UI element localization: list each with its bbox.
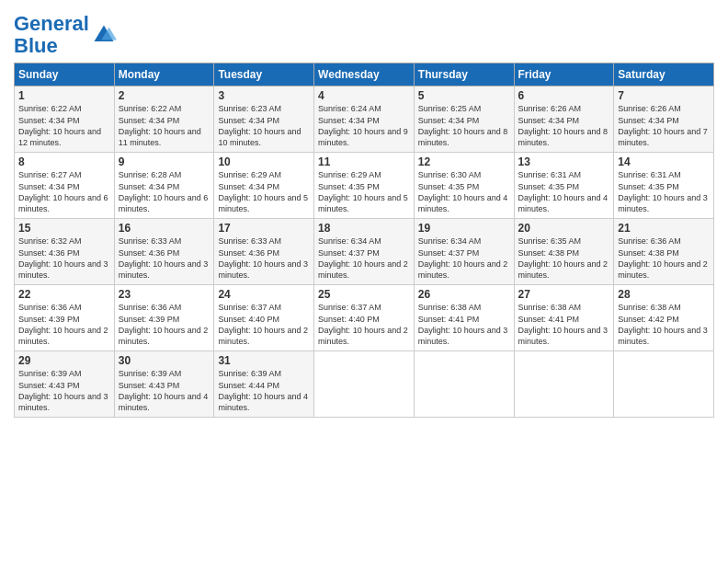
logo-text: GeneralBlue: [14, 13, 89, 57]
calendar-cell: 1Sunrise: 6:22 AMSunset: 4:34 PMDaylight…: [15, 86, 115, 153]
day-number: 15: [18, 222, 110, 235]
dow-header: Thursday: [414, 63, 514, 86]
calendar-cell: 4Sunrise: 6:24 AMSunset: 4:34 PMDaylight…: [314, 86, 415, 153]
day-info: Sunrise: 6:23 AMSunset: 4:34 PMDaylight:…: [218, 104, 301, 146]
calendar-cell: 30Sunrise: 6:39 AMSunset: 4:43 PMDayligh…: [114, 351, 214, 418]
day-info: Sunrise: 6:37 AMSunset: 4:40 PMDaylight:…: [318, 303, 408, 345]
day-number: 20: [518, 222, 610, 235]
day-number: 10: [218, 155, 310, 168]
day-number: 14: [618, 155, 710, 168]
calendar-cell: 29Sunrise: 6:39 AMSunset: 4:43 PMDayligh…: [15, 351, 115, 418]
day-number: 7: [618, 89, 710, 102]
day-info: Sunrise: 6:38 AMSunset: 4:41 PMDaylight:…: [518, 303, 609, 345]
day-info: Sunrise: 6:34 AMSunset: 4:37 PMDaylight:…: [318, 236, 408, 279]
day-number: 31: [218, 354, 310, 367]
day-number: 24: [218, 288, 310, 301]
calendar-cell: 21Sunrise: 6:36 AMSunset: 4:38 PMDayligh…: [614, 219, 714, 285]
calendar-cell: 31Sunrise: 6:39 AMSunset: 4:44 PMDayligh…: [214, 351, 314, 418]
day-info: Sunrise: 6:24 AMSunset: 4:34 PMDaylight:…: [318, 104, 408, 146]
calendar-cell: [414, 351, 514, 418]
calendar-cell: 5Sunrise: 6:25 AMSunset: 4:34 PMDaylight…: [414, 86, 514, 153]
calendar-cell: 12Sunrise: 6:30 AMSunset: 4:35 PMDayligh…: [414, 153, 514, 219]
day-number: 2: [119, 89, 210, 102]
calendar-cell: [614, 351, 714, 418]
dow-header: Monday: [114, 63, 214, 86]
calendar-cell: [314, 351, 415, 418]
day-info: Sunrise: 6:36 AMSunset: 4:39 PMDaylight:…: [119, 303, 209, 345]
day-info: Sunrise: 6:33 AMSunset: 4:36 PMDaylight:…: [119, 236, 209, 279]
calendar-table: SundayMondayTuesdayWednesdayThursdayFrid…: [14, 63, 714, 418]
day-info: Sunrise: 6:32 AMSunset: 4:36 PMDaylight:…: [18, 236, 108, 279]
day-number: 3: [218, 89, 310, 102]
header: GeneralBlue: [14, 9, 714, 57]
day-number: 21: [618, 222, 710, 235]
day-number: 12: [418, 155, 510, 168]
calendar-cell: 3Sunrise: 6:23 AMSunset: 4:34 PMDaylight…: [214, 86, 314, 153]
day-number: 6: [518, 89, 610, 102]
calendar-cell: 26Sunrise: 6:38 AMSunset: 4:41 PMDayligh…: [414, 285, 514, 351]
day-info: Sunrise: 6:39 AMSunset: 4:44 PMDaylight:…: [218, 369, 308, 411]
calendar-cell: 27Sunrise: 6:38 AMSunset: 4:41 PMDayligh…: [514, 285, 614, 351]
calendar-cell: 14Sunrise: 6:31 AMSunset: 4:35 PMDayligh…: [614, 153, 714, 219]
calendar-cell: 16Sunrise: 6:33 AMSunset: 4:36 PMDayligh…: [114, 219, 214, 285]
day-info: Sunrise: 6:35 AMSunset: 4:38 PMDaylight:…: [518, 236, 609, 279]
day-number: 19: [418, 222, 510, 235]
calendar-cell: 23Sunrise: 6:36 AMSunset: 4:39 PMDayligh…: [114, 285, 214, 351]
day-info: Sunrise: 6:29 AMSunset: 4:35 PMDaylight:…: [318, 170, 408, 213]
day-info: Sunrise: 6:33 AMSunset: 4:36 PMDaylight:…: [218, 236, 308, 279]
day-number: 29: [18, 354, 110, 367]
calendar-cell: 7Sunrise: 6:26 AMSunset: 4:34 PMDaylight…: [614, 86, 714, 153]
day-number: 28: [618, 288, 710, 301]
calendar-cell: 9Sunrise: 6:28 AMSunset: 4:34 PMDaylight…: [114, 153, 214, 219]
day-info: Sunrise: 6:26 AMSunset: 4:34 PMDaylight:…: [618, 104, 708, 146]
day-info: Sunrise: 6:22 AMSunset: 4:34 PMDaylight:…: [18, 104, 101, 146]
day-info: Sunrise: 6:31 AMSunset: 4:35 PMDaylight:…: [618, 170, 708, 213]
calendar-cell: 28Sunrise: 6:38 AMSunset: 4:42 PMDayligh…: [614, 285, 714, 351]
calendar-cell: 10Sunrise: 6:29 AMSunset: 4:34 PMDayligh…: [214, 153, 314, 219]
day-number: 1: [18, 89, 110, 102]
calendar-cell: 17Sunrise: 6:33 AMSunset: 4:36 PMDayligh…: [214, 219, 314, 285]
day-number: 26: [418, 288, 510, 301]
day-number: 8: [18, 155, 110, 168]
day-number: 18: [318, 222, 410, 235]
day-info: Sunrise: 6:39 AMSunset: 4:43 PMDaylight:…: [119, 369, 209, 411]
day-number: 25: [318, 288, 410, 301]
day-info: Sunrise: 6:31 AMSunset: 4:35 PMDaylight:…: [518, 170, 609, 213]
day-info: Sunrise: 6:26 AMSunset: 4:34 PMDaylight:…: [518, 104, 609, 146]
day-number: 17: [218, 222, 310, 235]
calendar-cell: 20Sunrise: 6:35 AMSunset: 4:38 PMDayligh…: [514, 219, 614, 285]
dow-header: Tuesday: [214, 63, 314, 86]
calendar-cell: 25Sunrise: 6:37 AMSunset: 4:40 PMDayligh…: [314, 285, 415, 351]
day-info: Sunrise: 6:22 AMSunset: 4:34 PMDaylight:…: [119, 104, 201, 146]
day-info: Sunrise: 6:28 AMSunset: 4:34 PMDaylight:…: [119, 170, 209, 213]
calendar-cell: 2Sunrise: 6:22 AMSunset: 4:34 PMDaylight…: [114, 86, 214, 153]
calendar-cell: 18Sunrise: 6:34 AMSunset: 4:37 PMDayligh…: [314, 219, 415, 285]
day-number: 30: [119, 354, 210, 367]
day-info: Sunrise: 6:36 AMSunset: 4:39 PMDaylight:…: [18, 303, 108, 345]
day-info: Sunrise: 6:39 AMSunset: 4:43 PMDaylight:…: [18, 369, 108, 411]
day-number: 11: [318, 155, 410, 168]
calendar-cell: 8Sunrise: 6:27 AMSunset: 4:34 PMDaylight…: [15, 153, 115, 219]
day-info: Sunrise: 6:38 AMSunset: 4:42 PMDaylight:…: [618, 303, 708, 345]
day-info: Sunrise: 6:37 AMSunset: 4:40 PMDaylight:…: [218, 303, 308, 345]
day-info: Sunrise: 6:29 AMSunset: 4:34 PMDaylight:…: [218, 170, 308, 213]
calendar-cell: 13Sunrise: 6:31 AMSunset: 4:35 PMDayligh…: [514, 153, 614, 219]
day-info: Sunrise: 6:25 AMSunset: 4:34 PMDaylight:…: [418, 104, 508, 146]
calendar-cell: 6Sunrise: 6:26 AMSunset: 4:34 PMDaylight…: [514, 86, 614, 153]
day-number: 4: [318, 89, 410, 102]
calendar-cell: 15Sunrise: 6:32 AMSunset: 4:36 PMDayligh…: [15, 219, 115, 285]
day-info: Sunrise: 6:36 AMSunset: 4:38 PMDaylight:…: [618, 236, 708, 279]
dow-header: Sunday: [15, 63, 115, 86]
day-info: Sunrise: 6:38 AMSunset: 4:41 PMDaylight:…: [418, 303, 508, 345]
dow-header: Wednesday: [314, 63, 415, 86]
day-info: Sunrise: 6:27 AMSunset: 4:34 PMDaylight:…: [18, 170, 108, 213]
day-number: 22: [18, 288, 110, 301]
logo-icon: [91, 22, 117, 48]
day-number: 27: [518, 288, 610, 301]
calendar-cell: [514, 351, 614, 418]
calendar-cell: 22Sunrise: 6:36 AMSunset: 4:39 PMDayligh…: [15, 285, 115, 351]
dow-header: Saturday: [614, 63, 714, 86]
calendar-cell: 24Sunrise: 6:37 AMSunset: 4:40 PMDayligh…: [214, 285, 314, 351]
day-number: 16: [119, 222, 210, 235]
day-number: 9: [119, 155, 210, 168]
